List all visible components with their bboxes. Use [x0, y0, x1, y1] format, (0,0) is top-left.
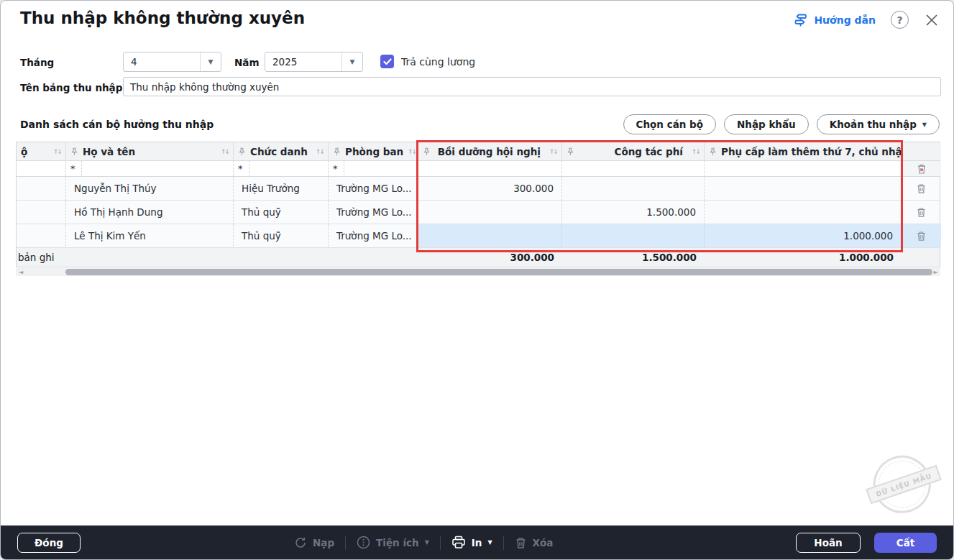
- cell-code[interactable]: [17, 201, 66, 224]
- pin-icon[interactable]: [423, 147, 431, 156]
- cell-title[interactable]: Hiệu Trưởng: [234, 177, 329, 200]
- guide-link-label: Hướng dẫn: [814, 14, 876, 26]
- column-header-title[interactable]: Chức danh ↑↓: [234, 142, 329, 160]
- records-count-label: bản ghi: [17, 248, 66, 267]
- scrollbar-thumb[interactable]: [65, 269, 932, 275]
- trash-icon: [515, 536, 527, 549]
- pin-icon[interactable]: [709, 147, 717, 156]
- import-button[interactable]: Nhập khẩu: [724, 114, 809, 134]
- filter-cell-conference[interactable]: [418, 161, 562, 176]
- pay-with-salary-checkbox[interactable]: [380, 55, 394, 68]
- cell-name[interactable]: Hồ Thị Hạnh Dung: [66, 201, 234, 224]
- utilities-button[interactable]: Tiện ích ▼: [357, 536, 429, 549]
- table-name-input[interactable]: [123, 77, 941, 96]
- cell-dept[interactable]: Trường MG Lo...: [329, 177, 418, 200]
- pin-icon[interactable]: [70, 147, 78, 156]
- cell-name[interactable]: Lê Thị Kim Yến: [66, 224, 234, 247]
- print-button[interactable]: In ▼: [451, 536, 492, 549]
- column-header-code[interactable]: ộ ↑↓: [17, 142, 66, 160]
- chevron-down-icon: ▼: [425, 539, 429, 546]
- guide-link[interactable]: Hướng dẫn: [793, 13, 876, 27]
- save-button[interactable]: Cất: [874, 533, 937, 553]
- income-items-button[interactable]: Khoản thu nhập ▼: [817, 114, 940, 134]
- cell-title[interactable]: Thủ quỹ: [234, 224, 329, 247]
- cell-conference[interactable]: [418, 224, 562, 247]
- chevron-down-icon: ▼: [487, 539, 492, 546]
- pin-icon[interactable]: [567, 147, 574, 156]
- delete-row-button[interactable]: [902, 201, 941, 224]
- filter-cell-code[interactable]: [17, 161, 66, 176]
- cell-travel[interactable]: [562, 177, 705, 200]
- choose-staff-button[interactable]: Chọn cán bộ: [623, 114, 716, 134]
- month-select[interactable]: 4 ▼: [123, 52, 221, 72]
- cell-weekend[interactable]: [705, 177, 902, 200]
- cell-travel[interactable]: 1.500.000: [562, 201, 705, 224]
- cell-title[interactable]: Thủ quỹ: [234, 201, 329, 224]
- column-header-dept[interactable]: Phòng ban ↑↓: [329, 142, 418, 160]
- delete-button[interactable]: Xóa: [515, 536, 554, 549]
- help-icon[interactable]: ?: [891, 11, 909, 29]
- sample-data-watermark: DỮ LIỆU MẪU: [861, 446, 945, 524]
- weekend-total: 1.000.000: [705, 248, 902, 267]
- trash-x-icon: [916, 162, 927, 175]
- year-select[interactable]: 2025 ▼: [265, 52, 363, 72]
- cell-weekend[interactable]: 1.000.000: [705, 224, 902, 247]
- clear-filter-button[interactable]: [902, 161, 941, 176]
- filter-cell-weekend[interactable]: [705, 161, 902, 176]
- trash-icon: [916, 183, 927, 194]
- trash-icon: [916, 230, 927, 242]
- scroll-left-arrow-icon[interactable]: ◄: [19, 268, 23, 276]
- table-row[interactable]: Hồ Thị Hạnh Dung Thủ quỹ Trường MG Lo...…: [17, 201, 940, 224]
- postpone-button[interactable]: Hoãn: [796, 533, 861, 553]
- filter-cell-dept[interactable]: *: [329, 161, 418, 176]
- cell-conference[interactable]: 300.000: [418, 177, 562, 200]
- column-header-conference[interactable]: Bồi dưỡng hội nghị ↑↓: [418, 142, 562, 160]
- cell-travel[interactable]: [562, 224, 705, 247]
- column-header-weekend[interactable]: Phụ cấp làm thêm thứ 7, chủ nhật ↑↓: [705, 142, 902, 160]
- column-header-actions: [902, 142, 941, 160]
- table-row[interactable]: Nguyễn Thị Thúy Hiệu Trưởng Trường MG Lo…: [17, 177, 940, 201]
- filter-cell-travel[interactable]: [562, 161, 705, 176]
- cell-code[interactable]: [17, 224, 66, 247]
- filter-cell-name[interactable]: *: [66, 161, 234, 176]
- table-header-row: ộ ↑↓ Họ và tên ↑↓ Chức danh ↑↓: [17, 142, 940, 161]
- table-name-label: Tên bảng thu nhập: [20, 82, 122, 93]
- toolbar-right: Hoãn Cất: [796, 533, 937, 553]
- table-row-selected[interactable]: Lê Thị Kim Yến Thủ quỹ Trường MG Lo... 1…: [17, 224, 940, 248]
- close-button[interactable]: Đóng: [17, 533, 81, 553]
- sort-icon[interactable]: ↑↓: [316, 148, 324, 155]
- delete-row-button[interactable]: [902, 224, 941, 247]
- sort-icon[interactable]: ↑↓: [408, 148, 416, 155]
- delete-row-button[interactable]: [902, 177, 941, 200]
- horizontal-scrollbar[interactable]: ◄ ►: [16, 268, 940, 276]
- column-header-name[interactable]: Họ và tên ↑↓: [66, 142, 234, 160]
- list-title: Danh sách cán bộ hưởng thu nhập: [20, 119, 214, 130]
- column-header-travel[interactable]: Công tác phí ↑↓: [562, 142, 705, 160]
- year-label: Năm: [234, 57, 259, 68]
- pin-icon[interactable]: [333, 147, 341, 156]
- table-filter-row: * * *: [17, 161, 940, 177]
- signpost-icon: [793, 13, 808, 27]
- reload-button[interactable]: Nạp: [294, 536, 334, 549]
- bottom-toolbar: Đóng Nạp Tiện ích ▼: [1, 525, 953, 559]
- close-icon[interactable]: [924, 12, 940, 28]
- travel-total: 1.500.000: [562, 248, 705, 267]
- cell-code[interactable]: [17, 177, 66, 200]
- printer-icon: [451, 536, 466, 549]
- cell-weekend[interactable]: [705, 201, 902, 224]
- sort-icon[interactable]: ↑↓: [692, 148, 700, 155]
- month-value: 4: [124, 56, 200, 68]
- cell-conference[interactable]: [418, 201, 562, 224]
- scroll-right-arrow-icon[interactable]: ►: [934, 268, 938, 276]
- cell-name[interactable]: Nguyễn Thị Thúy: [66, 177, 234, 200]
- toolbar-center: Nạp Tiện ích ▼ In ▼: [294, 525, 553, 559]
- sort-icon[interactable]: ↑↓: [221, 148, 229, 155]
- cell-dept[interactable]: Trường MG Lo...: [329, 201, 418, 224]
- conference-total: 300.000: [418, 248, 562, 267]
- refresh-icon: [294, 536, 307, 549]
- pin-icon[interactable]: [238, 147, 246, 156]
- sort-icon[interactable]: ↑↓: [549, 148, 557, 155]
- sort-icon[interactable]: ↑↓: [53, 148, 61, 155]
- cell-dept[interactable]: Trường MG Lo...: [329, 224, 418, 247]
- filter-cell-title[interactable]: *: [234, 161, 329, 176]
